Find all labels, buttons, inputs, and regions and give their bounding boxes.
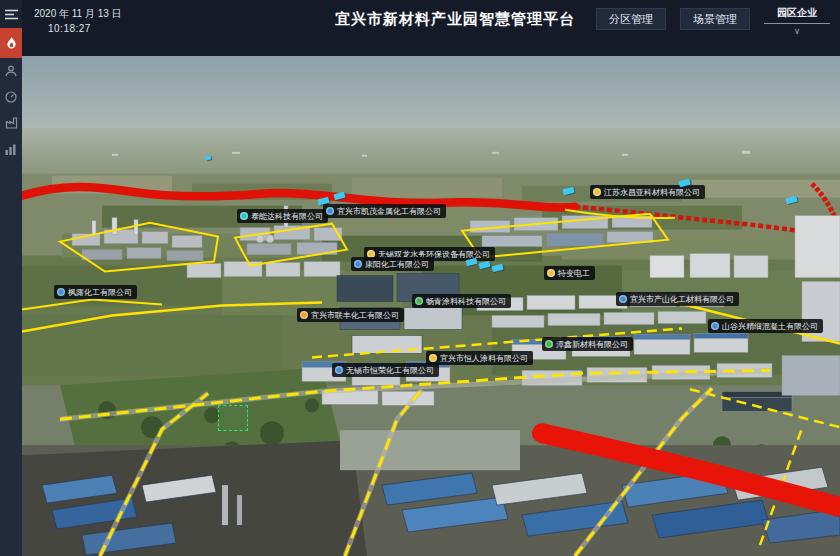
company-marker-icon: [300, 311, 308, 319]
bar-chart-icon: [5, 144, 17, 155]
company-label[interactable]: 江苏永昌亚科材料有限公司: [590, 185, 705, 199]
vehicle-marker-icon[interactable]: [562, 187, 574, 195]
sidebar-item-monitoring[interactable]: [0, 84, 22, 110]
company-marker-icon: [57, 288, 65, 296]
company-label-text: 江苏永昌亚科材料有限公司: [604, 187, 700, 198]
selection-box: [218, 405, 248, 431]
dropdown-label: 园区企业: [764, 6, 830, 24]
sidebar-item-statistics[interactable]: [0, 136, 22, 162]
company-label[interactable]: 宜兴市联丰化工有限公司: [297, 308, 404, 322]
company-label-text: 泰能达科技有限公司: [251, 211, 323, 222]
company-label-text: 潭鑫新材料有限公司: [556, 339, 628, 350]
company-marker-icon: [619, 295, 627, 303]
company-label[interactable]: 畅青涂料科技有限公司: [412, 294, 511, 308]
company-label[interactable]: 山谷兴精细混凝土有限公司: [708, 319, 823, 333]
company-label[interactable]: 宜兴市恒人涂料有限公司: [426, 351, 533, 365]
vehicle-marker-icon[interactable]: [333, 192, 345, 200]
park-enterprise-dropdown[interactable]: 园区企业 ∨: [764, 6, 830, 36]
user-icon: [5, 65, 17, 77]
flame-icon: [6, 37, 17, 50]
company-marker-icon: [711, 322, 719, 330]
company-label[interactable]: 特变电工: [544, 266, 595, 280]
sidebar: [0, 0, 22, 556]
company-marker-icon: [335, 366, 343, 374]
chevron-down-icon: ∨: [764, 26, 830, 36]
map-labels: 泰能达科技有限公司宜兴市凯茂金属化工有限公司江苏永昌亚科材料有限公司无锡双龙水务…: [22, 56, 840, 556]
company-label-text: 山谷兴精细混凝土有限公司: [722, 321, 818, 332]
map-3d-view[interactable]: 泰能达科技有限公司宜兴市凯茂金属化工有限公司江苏永昌亚科材料有限公司无锡双龙水务…: [22, 56, 840, 556]
company-label[interactable]: 宜兴市产山化工材料有限公司: [616, 292, 739, 306]
company-marker-icon: [415, 297, 423, 305]
factory-icon: [5, 117, 18, 129]
scene-management-button[interactable]: 场景管理: [680, 8, 750, 30]
vehicle-marker-icon[interactable]: [785, 196, 797, 204]
company-label[interactable]: 康阳化工有限公司: [351, 257, 434, 271]
hamburger-icon: [5, 9, 18, 20]
gauge-icon: [5, 91, 17, 103]
company-label[interactable]: 枫露化工有限公司: [54, 285, 137, 299]
zone-management-button[interactable]: 分区管理: [596, 8, 666, 30]
header-actions: 分区管理 场景管理 园区企业 ∨: [596, 6, 830, 36]
sidebar-item-enterprise[interactable]: [0, 110, 22, 136]
sidebar-item-fire-monitor[interactable]: [0, 28, 22, 58]
page-title: 宜兴市新材料产业园智慧管理平台: [335, 10, 575, 29]
date-text: 2020 年 11 月 13 日: [34, 6, 122, 21]
company-marker-icon: [354, 260, 362, 268]
company-marker-icon: [326, 207, 334, 215]
company-marker-icon: [240, 212, 248, 220]
vehicle-marker-icon[interactable]: [465, 258, 477, 266]
company-label[interactable]: 无锡市恒荣化工有限公司: [332, 363, 439, 377]
app-window: 2020 年 11 月 13 日 10:18:27 宜兴市新材料产业园智慧管理平…: [0, 0, 840, 556]
vehicle-marker-icon[interactable]: [478, 261, 490, 269]
menu-toggle[interactable]: [0, 0, 22, 28]
company-label-text: 宜兴市产山化工材料有限公司: [630, 294, 734, 305]
datetime-block: 2020 年 11 月 13 日 10:18:27: [34, 6, 122, 36]
company-label-text: 畅青涂料科技有限公司: [426, 296, 506, 307]
company-marker-icon: [547, 269, 555, 277]
company-label-text: 康阳化工有限公司: [365, 259, 429, 270]
company-label-text: 特变电工: [558, 268, 590, 279]
vehicle-marker-icon[interactable]: [205, 155, 212, 160]
company-label-text: 宜兴市联丰化工有限公司: [311, 310, 399, 321]
company-marker-icon: [545, 340, 553, 348]
sidebar-item-personnel[interactable]: [0, 58, 22, 84]
time-text: 10:18:27: [34, 21, 122, 36]
company-label-text: 无锡市恒荣化工有限公司: [346, 365, 434, 376]
company-label[interactable]: 宜兴市凯茂金属化工有限公司: [323, 204, 446, 218]
company-label-text: 枫露化工有限公司: [68, 287, 132, 298]
company-label-text: 宜兴市凯茂金属化工有限公司: [337, 206, 441, 217]
vehicle-marker-icon[interactable]: [491, 264, 503, 272]
company-marker-icon: [593, 188, 601, 196]
company-marker-icon: [429, 354, 437, 362]
company-label[interactable]: 泰能达科技有限公司: [237, 209, 328, 223]
company-label[interactable]: 潭鑫新材料有限公司: [542, 337, 633, 351]
header-bar: 2020 年 11 月 13 日 10:18:27 宜兴市新材料产业园智慧管理平…: [22, 0, 840, 56]
company-label-text: 宜兴市恒人涂料有限公司: [440, 353, 528, 364]
